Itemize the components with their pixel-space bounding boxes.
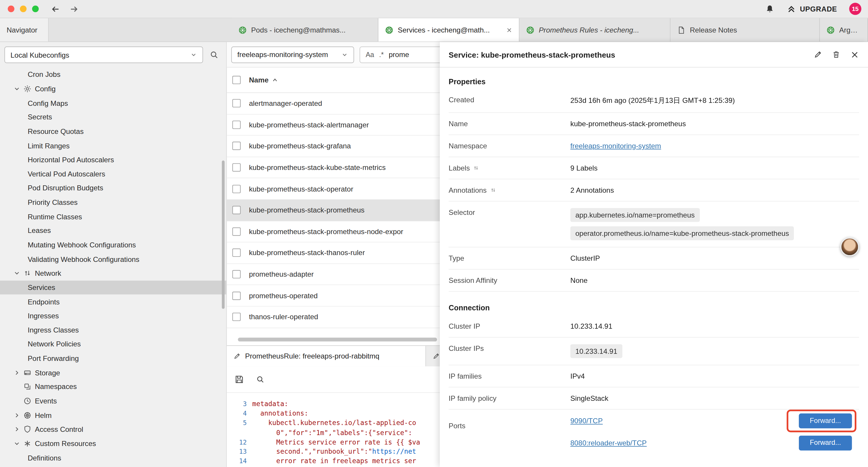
editor-search-icon[interactable]	[256, 375, 265, 384]
notifications-bell-icon[interactable]	[765, 4, 774, 13]
row-checkbox[interactable]	[232, 142, 241, 150]
service-name: thanos-ruler-operated	[249, 313, 318, 321]
sidebar-item-cron-jobs[interactable]: Cron Jobs	[0, 67, 226, 82]
regex-toggle[interactable]: .*	[379, 51, 384, 58]
horizontal-scrollbar[interactable]	[238, 338, 437, 341]
sidebar-item-network-policies[interactable]: Network Policies	[0, 337, 226, 351]
sidebar-item-helm[interactable]: Helm	[0, 408, 226, 422]
sidebar-item-vertical-pod-autoscalers[interactable]: Vertical Pod Autoscalers	[0, 167, 226, 181]
sidebar-item-endpoints[interactable]: Endpoints	[0, 295, 226, 309]
sidebar-search-icon[interactable]	[210, 50, 219, 59]
clock-icon	[23, 397, 32, 405]
tab-pods-icecheng-mathmas[interactable]: Pods - icecheng@mathmas...	[232, 18, 378, 42]
back-icon[interactable]	[51, 4, 60, 13]
layers-icon	[23, 383, 32, 391]
close-tab-icon[interactable]	[506, 27, 512, 33]
sort-updown-icon[interactable]	[490, 187, 496, 193]
navigator-sidebar: Local Kubeconfigs Cron JobsConfigConfig …	[0, 42, 227, 467]
sidebar-item-label: Config	[35, 85, 56, 93]
service-name: prometheus-operated	[249, 291, 318, 300]
sidebar-item-access-control[interactable]: Access Control	[0, 422, 226, 437]
tab-services-icecheng-math[interactable]: Services - icecheng@math...	[378, 18, 519, 42]
edit-resource-icon[interactable]	[814, 50, 822, 59]
sort-ascending-icon[interactable]	[272, 77, 278, 83]
row-checkbox[interactable]	[232, 249, 241, 257]
sidebar-item-port-forwarding[interactable]: Port Forwarding	[0, 351, 226, 366]
dock-tab-prometheusrule[interactable]: PrometheusRule: freeleaps-prod-rabbitmq	[227, 346, 426, 366]
sort-updown-icon[interactable]	[473, 165, 479, 171]
main-area: Local Kubeconfigs Cron JobsConfigConfig …	[0, 42, 868, 467]
name-column-header[interactable]: Name	[249, 76, 269, 84]
sidebar-item-secrets[interactable]: Secrets	[0, 110, 226, 124]
sidebar-toolbar: Local Kubeconfigs	[0, 42, 226, 67]
sidebar-item-storage[interactable]: Storage	[0, 366, 226, 380]
port-link[interactable]: 9090/TCP	[570, 416, 603, 425]
namespace-link[interactable]: freeleaps-monitoring-system	[570, 142, 661, 150]
sidebar-item-namespaces[interactable]: Namespaces	[0, 380, 226, 394]
namespace-filter[interactable]: freeleaps-monitoring-system	[231, 46, 354, 63]
sidebar-item-config[interactable]: Config	[0, 82, 226, 96]
tab-prometheus-rules-icecheng[interactable]: Prometheus Rules - icecheng...	[519, 18, 670, 42]
user-avatar[interactable]	[840, 237, 859, 256]
tab-label: Argo S...	[839, 26, 861, 34]
forward-button[interactable]: Forward...	[799, 435, 852, 450]
row-checkbox[interactable]	[232, 227, 241, 236]
chevron-down-icon[interactable]	[13, 85, 20, 92]
tab-release-notes[interactable]: Release Notes	[670, 18, 820, 42]
row-checkbox[interactable]	[232, 206, 241, 214]
detail-row-label: Cluster IP	[449, 322, 570, 330]
sidebar-item-limit-ranges[interactable]: Limit Ranges	[0, 139, 226, 153]
sidebar-item-definitions[interactable]: Definitions	[0, 451, 226, 465]
delete-resource-icon[interactable]	[832, 50, 840, 59]
sidebar-item-horizontal-pod-autoscalers[interactable]: Horizontal Pod Autoscalers	[0, 153, 226, 167]
row-checkbox[interactable]	[232, 270, 241, 279]
chevron-down-icon[interactable]	[13, 440, 20, 447]
chevron-down-icon[interactable]	[13, 269, 20, 276]
notification-count-badge[interactable]: 15	[849, 3, 861, 15]
sidebar-item-custom-resources[interactable]: Custom Resources	[0, 437, 226, 451]
sidebar-item-services[interactable]: Services	[0, 281, 226, 295]
detail-row-value: kube-prometheus-stack-prometheus	[570, 119, 859, 128]
sidebar-item-pod-disruption-budgets[interactable]: Pod Disruption Budgets	[0, 181, 226, 195]
upgrade-button[interactable]: UPGRADE	[786, 4, 837, 13]
row-checkbox[interactable]	[232, 185, 241, 193]
match-case-toggle[interactable]: Aa	[366, 51, 374, 58]
sidebar-item-runtime-classes[interactable]: Runtime Classes	[0, 209, 226, 224]
row-checkbox[interactable]	[232, 313, 241, 321]
chevron-right-icon[interactable]	[13, 412, 20, 419]
sidebar-item-config-maps[interactable]: Config Maps	[0, 96, 226, 110]
row-checkbox[interactable]	[232, 121, 241, 129]
sidebar-item-ingress-classes[interactable]: Ingress Classes	[0, 323, 226, 337]
row-checkbox[interactable]	[232, 99, 241, 108]
sidebar-item-resource-quotas[interactable]: Resource Quotas	[0, 124, 226, 138]
close-drawer-icon[interactable]	[850, 50, 859, 59]
minimize-window-button[interactable]	[20, 6, 26, 12]
sidebar-item-events[interactable]: Events	[0, 394, 226, 408]
select-all-checkbox[interactable]	[232, 76, 241, 84]
navigator-header[interactable]: Navigator	[0, 18, 49, 42]
sidebar-item-network[interactable]: Network	[0, 266, 226, 281]
chevron-right-icon[interactable]	[13, 369, 20, 376]
navigator-tree: Cron JobsConfigConfig MapsSecretsResourc…	[0, 67, 226, 465]
forward-icon[interactable]	[69, 4, 79, 13]
sidebar-item-priority-classes[interactable]: Priority Classes	[0, 195, 226, 209]
save-icon[interactable]	[235, 375, 244, 384]
kubeconfig-selector[interactable]: Local Kubeconfigs	[4, 47, 203, 63]
sidebar-item-ingresses[interactable]: Ingresses	[0, 309, 226, 323]
port-link[interactable]: 8080:reloader-web/TCP	[570, 439, 647, 447]
sidebar-item-validating-webhook-configurations[interactable]: Validating Webhook Configurations	[0, 252, 226, 266]
tab-argo-s[interactable]: Argo S...	[820, 18, 868, 42]
chevron-right-icon[interactable]	[13, 426, 20, 433]
row-checkbox[interactable]	[232, 164, 241, 172]
forward-button[interactable]: Forward...	[799, 413, 852, 428]
sidebar-scrollbar[interactable]	[222, 160, 224, 309]
zoom-window-button[interactable]	[32, 6, 39, 12]
sidebar-item-leases[interactable]: Leases	[0, 224, 226, 238]
detail-row-value: ClusterIP	[570, 254, 859, 262]
sidebar-item-mutating-webhook-configurations[interactable]: Mutating Webhook Configurations	[0, 238, 226, 252]
sidebar-item-label: Port Forwarding	[28, 354, 79, 363]
tab-label: Release Notes	[690, 26, 737, 34]
service-name: kube-prometheus-stack-operator	[249, 185, 353, 193]
row-checkbox[interactable]	[232, 291, 241, 300]
close-window-button[interactable]	[8, 6, 14, 12]
